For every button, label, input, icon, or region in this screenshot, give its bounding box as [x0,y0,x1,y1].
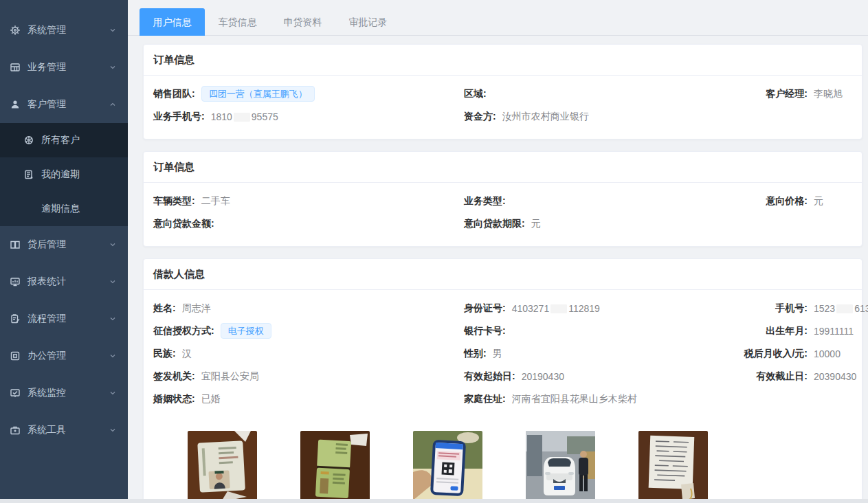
chevron-up-icon [109,100,117,109]
sidebar-item-label: 系统管理 [27,24,66,36]
chevron-down-icon [109,426,117,434]
card-title: 订单信息 [144,152,862,183]
sidebar-item-label: 流程管理 [27,313,66,325]
photo-handwritten-doc[interactable]: 其他材料 [638,431,708,503]
field-monthly-income: 税后月收入/元: 10000 [736,348,852,360]
tab-loan-application-docs[interactable]: 申贷资料 [270,8,335,36]
monitor-check-icon [10,388,21,399]
field-label: 银行卡号: [464,325,506,337]
redaction-box [836,304,853,313]
green-book-image [300,431,370,500]
field-value: 181095575 [211,111,278,122]
cards-container: 订单信息 销售团队: 四团一营（直属王鹏飞） 区域: 客户经理: 李晓旭 [128,36,868,503]
chevron-down-icon [109,315,117,323]
field-valid-to: 有效截止日: 20390430 [736,370,856,383]
main-content: 用户信息 车贷信息 申贷资料 审批记录 订单信息 销售团队: 四团一营（直属王鹏… [128,0,868,503]
field-value: 汝州市农村商业银行 [502,111,589,123]
field-region: 区域: [464,88,736,100]
field-label: 意向价格: [736,195,808,208]
field-mobile-phone: 手机号: 15236137 [736,302,868,315]
sidebar-item-my-overdue[interactable]: 我的逾期 [0,157,128,192]
sidebar-item-business-mgmt[interactable]: 业务管理 [0,49,128,86]
sidebar-item-system-monitor[interactable]: 系统监控 [0,375,128,412]
sidebar-item-overdue-info[interactable]: 逾期信息 [0,192,128,226]
photo-phone-qr[interactable]: 授权截图 [413,431,482,503]
field-value: 4103271112819 [512,303,600,314]
grid-icon [10,62,21,73]
field-value: 男 [493,348,502,360]
toolbox-icon [10,425,21,436]
tab-car-loan-info[interactable]: 车贷信息 [205,8,270,36]
sidebar-item-report-stats[interactable]: 报表统计 [0,263,128,300]
redaction-box [550,304,567,313]
field-label: 有效起始日: [464,370,515,383]
photo-person-car[interactable]: 人车合影 [526,431,595,503]
photo-id-card[interactable]: 身份证图片 [188,431,257,503]
handwritten-doc-image [638,431,708,500]
horizontal-scrollbar-track[interactable] [0,499,868,503]
field-value: 元 [814,195,823,208]
field-gender: 性别: 男 [464,348,736,360]
component-icon [10,350,21,361]
field-value: 汉 [182,348,192,360]
field-label: 签发机关: [153,370,195,383]
field-label: 税后月收入/元: [736,348,808,360]
sidebar-item-label: 系统工具 [27,424,66,436]
tab-approval-records[interactable]: 审批记录 [335,8,401,36]
field-value: 10000 [814,348,841,359]
field-issuing-authority: 签发机关: 宜阳县公安局 [153,370,464,383]
field-label: 业务手机号: [153,111,205,123]
field-customer-manager: 客户经理: 李晓旭 [736,88,852,100]
chevron-down-icon [109,63,117,71]
photo-green-book[interactable]: 登记证书图片 [300,431,370,503]
order-info-card-2: 订单信息 车辆类型: 二手车 业务类型: 意向价格: 元 [143,151,863,247]
sidebar-item-label: 客户管理 [27,98,66,111]
field-value: 李晓旭 [814,88,843,100]
sidebar-item-process-mgmt[interactable]: 流程管理 [0,300,128,337]
customer-mgmt-submenu: 所有客户 我的逾期 逾期信息 [0,123,128,226]
sales-team-tag[interactable]: 四团一营（直属王鹏飞） [201,86,315,102]
field-label: 民族: [153,348,176,360]
page-root: { "colors": { "accent": "#409eff", "side… [0,0,868,503]
sidebar-item-system-mgmt[interactable]: 系统管理 [0,12,128,49]
field-name: 姓名: 周志洋 [153,302,464,315]
sidebar-item-postloan-mgmt[interactable]: 贷后管理 [0,226,128,263]
id-card-image [188,431,257,500]
tab-user-info[interactable]: 用户信息 [140,8,205,36]
sidebar-item-label: 业务管理 [27,61,66,74]
field-label: 区域: [464,88,487,100]
sidebar-item-all-customers[interactable]: 所有客户 [0,123,128,157]
sidebar-item-label: 所有客户 [41,134,80,146]
field-valid-from: 有效起始日: 20190430 [464,370,736,383]
field-label: 业务类型: [464,195,506,208]
sidebar-item-label: 报表统计 [27,276,66,288]
field-value: 二手车 [201,195,230,208]
field-value: 周志洋 [182,302,211,315]
field-label: 手机号: [736,302,808,315]
user-icon [10,99,21,110]
field-label: 意向贷款金额: [153,218,214,230]
sidebar: 系统管理 业务管理 客户管理 所有客户 我的逾期 [0,0,128,503]
field-value: 15236137 [814,303,868,314]
sidebar-item-label: 办公管理 [27,350,66,362]
document-icon [23,169,34,180]
book-icon [10,239,21,250]
field-value: 已婚 [201,393,221,405]
sidebar-item-system-tools[interactable]: 系统工具 [0,412,128,449]
field-ethnicity: 民族: 汉 [153,348,464,360]
chevron-down-icon [109,352,117,360]
card-title: 借款人信息 [144,259,862,290]
phone-qr-image [413,431,482,500]
sidebar-item-customer-mgmt[interactable]: 客户管理 [0,86,128,123]
document-photos: 身份证图片 [153,431,852,503]
field-value: 元 [531,218,541,230]
field-value: 20190430 [522,371,564,382]
sidebar-item-label: 贷后管理 [27,238,66,251]
person-car-image [526,431,595,500]
monitor-icon [10,276,21,287]
field-value: 河南省宜阳县花果山乡木柴村 [512,393,637,405]
field-business-phone: 业务手机号: 181095575 [153,111,464,123]
chevron-down-icon [109,389,117,397]
sidebar-item-office-mgmt[interactable]: 办公管理 [0,337,128,375]
borrower-info-card: 借款人信息 姓名: 周志洋 身份证号: 4103271112819 手机号: 1… [143,258,863,503]
